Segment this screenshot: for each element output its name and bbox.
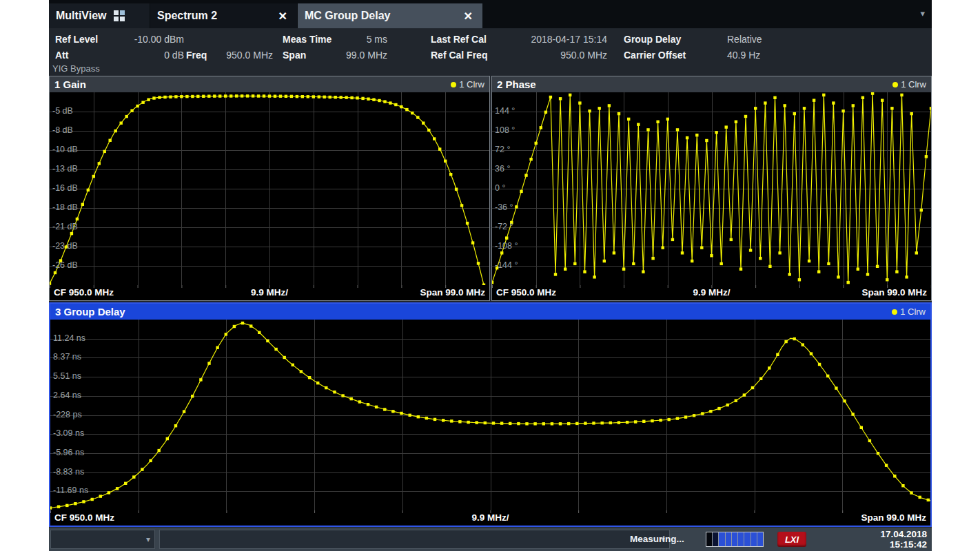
progress-segment — [732, 532, 738, 546]
last-ref-cal-label: Last Ref Cal — [431, 34, 487, 45]
group-delay-cf-label: CF 950.0 MHz — [54, 512, 114, 523]
y-axis-label: -21 dB — [52, 222, 78, 231]
date-text: 17.04.2018 — [880, 529, 927, 539]
last-ref-cal-value: 2018-04-17 15:14 — [493, 34, 607, 45]
freq-value[interactable]: 950.0 MHz — [214, 50, 273, 61]
date-time-display: 17.04.2018 15:15:42 — [880, 529, 927, 550]
trace-color-icon — [892, 309, 897, 315]
progress-segment — [744, 532, 751, 546]
phase-plot[interactable]: 144 °108 °72 °36 °0 °-36 °-72 °-108 °-14… — [492, 92, 931, 285]
lxi-logo: LXI — [777, 532, 806, 547]
y-axis-label: -8 dB — [52, 125, 73, 135]
carrier-offset-value: 40.9 Hz — [727, 50, 760, 61]
y-axis-label: 108 ° — [495, 125, 515, 135]
gain-plot[interactable]: -5 dB-8 dB-10 dB-13 dB-16 dB-18 dB-21 dB… — [50, 92, 489, 285]
y-axis-label: -5.96 ns — [53, 448, 84, 457]
y-axis-label: 5.51 ns — [53, 371, 81, 381]
window-group-delay-title: 3 Group Delay — [55, 306, 125, 318]
phase-perdiv-label: 9.9 MHz/ — [693, 287, 730, 298]
freq-label: Freq — [186, 50, 207, 61]
phase-cf-label: CF 950.0 MHz — [496, 287, 556, 298]
chevron-down-icon[interactable]: ▾ — [146, 534, 150, 544]
y-axis-label: -23 dB — [52, 241, 78, 251]
group-delay-x-axis-bar: CF 950.0 MHz 9.9 MHz/ Span 99.0 MHz — [50, 510, 930, 526]
att-value[interactable]: 0 dB — [104, 50, 184, 61]
yig-bypass-status: YIG Bypass — [52, 63, 100, 74]
group-delay-mode-value[interactable]: Relative — [727, 34, 762, 45]
status-bar: ▾ ▾ Measuring... LXI 17.04.2018 15:15:42 — [49, 528, 932, 551]
meas-time-value[interactable]: 5 ms — [325, 34, 387, 45]
tab-spectrum-2[interactable]: Spectrum 2 ✕ — [150, 3, 297, 28]
window-group-delay: 3 Group Delay 1 Clrw 11.24 ns8.37 ns5.51… — [49, 302, 932, 527]
tab-spectrum-2-label: Spectrum 2 — [157, 10, 217, 22]
group-delay-perdiv-label: 9.9 MHz/ — [471, 512, 509, 523]
group-delay-plot[interactable]: 11.24 ns8.37 ns5.51 ns2.64 ns-228 ps-3.0… — [50, 320, 930, 510]
measurement-progress-bar — [706, 532, 764, 547]
measuring-status-text: Measuring... — [630, 534, 684, 544]
window-phase-title: 2 Phase — [497, 79, 536, 90]
group-delay-span-label: Span 99.0 MHz — [861, 512, 926, 523]
progress-segment — [706, 532, 713, 546]
carrier-offset-label: Carrier Offset — [624, 50, 686, 61]
trace-legend: 1 Clrw — [892, 306, 926, 317]
status-dropdown-left[interactable]: ▾ — [50, 530, 155, 549]
tab-mc-group-delay-label: MC Group Delay — [305, 10, 390, 22]
y-axis-label: -3.09 ns — [53, 428, 84, 438]
measurement-header: Ref Level -10.00 dBm Meas Time 5 ms Last… — [49, 28, 932, 74]
att-label: Att — [55, 50, 68, 61]
ref-level-value[interactable]: -10.00 dBm — [104, 34, 184, 45]
progress-segment — [726, 532, 732, 546]
gain-perdiv-label: 9.9 MHz/ — [251, 287, 288, 298]
ref-cal-freq-label: Ref Cal Freq — [431, 50, 487, 61]
close-icon[interactable]: ✕ — [461, 10, 476, 23]
y-axis-label: -8.83 ns — [53, 467, 84, 477]
y-axis-label: 144 ° — [495, 106, 515, 116]
tab-mc-group-delay[interactable]: MC Group Delay ✕ — [298, 3, 482, 28]
window-phase: 2 Phase 1 Clrw 144 °108 °72 °36 °0 °-36 … — [491, 76, 932, 301]
gain-span-label: Span 99.0 MHz — [420, 287, 485, 298]
y-axis-label: 11.24 ns — [53, 333, 85, 343]
gain-cf-label: CF 950.0 MHz — [54, 287, 114, 298]
group_delay-trace-svg — [50, 320, 930, 510]
window-gain: 1 Gain 1 Clrw -5 dB-8 dB-10 dB-13 dB-16 … — [49, 76, 490, 301]
trace-legend-label: 1 Clrw — [900, 306, 926, 317]
trace-legend-label: 1 Clrw — [901, 79, 926, 90]
multiview-grid-icon — [114, 10, 125, 21]
y-axis-label: -72 ° — [495, 222, 513, 231]
group-delay-mode-label: Group Delay — [624, 34, 681, 45]
y-axis-label: 0 ° — [495, 183, 505, 193]
y-axis-label: -36 ° — [495, 202, 513, 212]
gain-x-axis-bar: CF 950.0 MHz 9.9 MHz/ Span 99.0 MHz — [50, 285, 489, 300]
close-icon[interactable]: ✕ — [276, 10, 290, 23]
tab-multiview[interactable]: MultiView — [49, 3, 150, 28]
gain-trace-svg — [50, 92, 489, 285]
y-axis-label: -228 ps — [53, 410, 82, 419]
y-axis-label: -11.69 ns — [53, 486, 88, 495]
progress-segment — [751, 532, 757, 546]
trace-color-icon — [451, 82, 456, 87]
chevron-down-icon[interactable]: ▾ — [920, 8, 925, 19]
span-value[interactable]: 99.0 MHz — [325, 50, 387, 61]
ref-cal-freq-value: 950.0 MHz — [493, 50, 607, 61]
y-axis-label: 2.64 ns — [53, 391, 81, 400]
window-gain-title: 1 Gain — [54, 79, 86, 90]
y-axis-label: -5 dB — [52, 106, 73, 116]
window-phase-titlebar[interactable]: 2 Phase 1 Clrw — [492, 76, 931, 92]
status-message-field[interactable]: ▾ — [159, 530, 670, 549]
progress-segment — [757, 532, 763, 546]
y-axis-label: 36 ° — [495, 164, 510, 174]
y-axis-label: -144 ° — [495, 260, 518, 270]
y-axis-label: -108 ° — [495, 241, 518, 251]
y-axis-label: -16 dB — [52, 183, 78, 193]
y-axis-label: 8.37 ns — [53, 352, 81, 362]
y-axis-label: -26 dB — [52, 260, 78, 270]
analyzer-app-window: MultiView Spectrum 2 ✕ MC Group Delay ✕ … — [49, 0, 932, 551]
window-gain-titlebar[interactable]: 1 Gain 1 Clrw — [50, 76, 489, 92]
progress-segment — [713, 532, 719, 546]
window-group-delay-titlebar[interactable]: 3 Group Delay 1 Clrw — [50, 304, 930, 320]
y-axis-label: -18 dB — [52, 202, 78, 212]
phase-x-axis-bar: CF 950.0 MHz 9.9 MHz/ Span 99.0 MHz — [492, 285, 931, 300]
span-label: Span — [283, 50, 306, 61]
ref-level-label: Ref Level — [55, 34, 98, 45]
tab-multiview-label: MultiView — [56, 10, 107, 22]
